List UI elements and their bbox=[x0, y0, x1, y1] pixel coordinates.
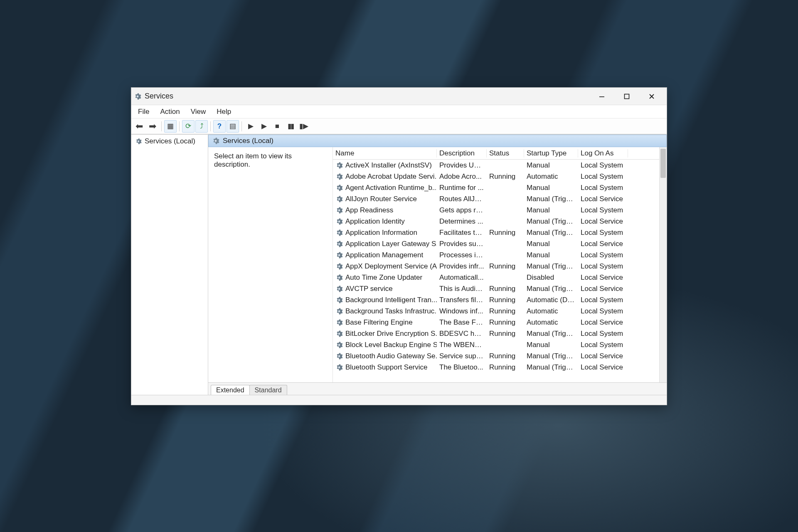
stop-service-button[interactable]: ▶ bbox=[258, 120, 270, 133]
body-area: Services (Local) Services (Local) Select… bbox=[131, 134, 667, 395]
service-row[interactable]: Auto Time Zone UpdaterAutomaticall...Dis… bbox=[333, 272, 659, 283]
col-logon[interactable]: Log On As bbox=[578, 149, 628, 158]
bottom-tabs: Extended Standard bbox=[208, 382, 667, 395]
gear-icon bbox=[335, 162, 343, 169]
service-row[interactable]: AllJoyn Router ServiceRoutes AllJo...Man… bbox=[333, 193, 659, 204]
service-logon: Local Service bbox=[578, 195, 628, 203]
svg-point-23 bbox=[338, 366, 340, 368]
vertical-scrollbar[interactable] bbox=[659, 147, 667, 382]
svg-point-4 bbox=[215, 140, 217, 142]
tab-extended[interactable]: Extended bbox=[211, 385, 250, 395]
service-description: Processes in... bbox=[437, 251, 487, 259]
main-pane: Services (Local) Select an item to view … bbox=[208, 135, 667, 395]
col-startup[interactable]: Startup Type bbox=[524, 149, 578, 158]
show-hide-tree-button[interactable]: ▦ bbox=[164, 120, 177, 133]
service-description: The Base Filt... bbox=[437, 318, 487, 327]
list-header: Name Description Status Startup Type Log… bbox=[333, 147, 659, 160]
service-row[interactable]: Adobe Acrobat Update Servi...Adobe Acro.… bbox=[333, 171, 659, 182]
service-description: Runtime for ... bbox=[437, 184, 487, 192]
service-row[interactable]: BitLocker Drive Encryption S...BDESVC ho… bbox=[333, 328, 659, 339]
service-logon: Local System bbox=[578, 172, 628, 181]
service-logon: Local Service bbox=[578, 240, 628, 248]
service-name: BitLocker Drive Encryption S... bbox=[345, 330, 437, 338]
service-startup: Manual bbox=[524, 251, 578, 259]
service-name: Adobe Acrobat Update Servi... bbox=[345, 172, 437, 181]
service-description: Facilitates th... bbox=[437, 229, 487, 237]
service-startup: Manual (Trigg... bbox=[524, 363, 578, 372]
service-startup: Manual bbox=[524, 184, 578, 192]
service-row[interactable]: AVCTP serviceThis is Audio...RunningManu… bbox=[333, 283, 659, 294]
service-description: Service supp... bbox=[437, 352, 487, 360]
col-description[interactable]: Description bbox=[437, 149, 487, 158]
gear-icon bbox=[335, 330, 343, 337]
service-startup: Manual (Trigg... bbox=[524, 352, 578, 360]
service-logon: Local Service bbox=[578, 273, 628, 282]
service-status: Running bbox=[487, 363, 524, 372]
toolbar-separator bbox=[161, 121, 162, 131]
gear-icon bbox=[335, 195, 343, 203]
service-row[interactable]: Application IdentityDetermines ...Manual… bbox=[333, 216, 659, 227]
gear-icon bbox=[335, 296, 343, 304]
menu-view[interactable]: View bbox=[187, 107, 210, 117]
service-row[interactable]: Application InformationFacilitates th...… bbox=[333, 227, 659, 238]
col-status[interactable]: Status bbox=[487, 149, 524, 158]
restart-service-button[interactable]: ▮▶ bbox=[298, 120, 310, 133]
menu-help[interactable]: Help bbox=[212, 107, 235, 117]
close-button[interactable] bbox=[639, 88, 664, 105]
service-startup: Manual (Trigg... bbox=[524, 195, 578, 203]
service-row[interactable]: Bluetooth Support ServiceThe Bluetoo...R… bbox=[333, 362, 659, 373]
service-logon: Local System bbox=[578, 206, 628, 214]
svg-point-13 bbox=[338, 254, 340, 256]
help-button[interactable]: ? bbox=[213, 120, 226, 133]
menu-action[interactable]: Action bbox=[156, 107, 184, 117]
service-row[interactable]: Application Layer Gateway S...Provides s… bbox=[333, 238, 659, 249]
detail-prompt: Select an item to view its description. bbox=[214, 152, 327, 169]
service-row[interactable]: App ReadinessGets apps re...ManualLocal … bbox=[333, 204, 659, 216]
service-row[interactable]: Bluetooth Audio Gateway Se...Service sup… bbox=[333, 350, 659, 362]
service-row[interactable]: Background Tasks Infrastruc...Windows in… bbox=[333, 305, 659, 317]
service-startup: Manual (Trigg... bbox=[524, 285, 578, 293]
gear-icon bbox=[335, 251, 343, 259]
gear-icon bbox=[135, 138, 142, 145]
service-row[interactable]: Background Intelligent Tran...Transfers … bbox=[333, 294, 659, 305]
service-row[interactable]: AppX Deployment Service (A...Provides in… bbox=[333, 261, 659, 272]
stop-square-button[interactable]: ■ bbox=[271, 120, 283, 133]
service-row[interactable]: Application ManagementProcesses in...Man… bbox=[333, 249, 659, 261]
minimize-button[interactable] bbox=[589, 88, 614, 105]
main-pane-header-label: Services (Local) bbox=[223, 137, 273, 145]
services-app-icon bbox=[134, 93, 141, 100]
export-list-button[interactable]: ⤴ bbox=[195, 120, 208, 133]
tree-item-services-local[interactable]: Services (Local) bbox=[134, 136, 205, 146]
service-status: Running bbox=[487, 296, 524, 304]
service-row[interactable]: Block Level Backup Engine S...The WBENGI… bbox=[333, 339, 659, 350]
nav-forward-button[interactable]: ➡ bbox=[146, 120, 159, 133]
pause-service-button[interactable]: ▮▮ bbox=[284, 120, 297, 133]
service-row[interactable]: Agent Activation Runtime_b...Runtime for… bbox=[333, 182, 659, 193]
service-name: Auto Time Zone Updater bbox=[345, 273, 422, 282]
window-title: Services bbox=[145, 92, 173, 101]
menu-file[interactable]: File bbox=[134, 107, 153, 117]
service-name: Application Identity bbox=[345, 217, 405, 226]
service-name: AppX Deployment Service (A... bbox=[345, 262, 437, 271]
svg-point-11 bbox=[338, 232, 340, 234]
service-description: Adobe Acro... bbox=[437, 172, 487, 181]
svg-point-10 bbox=[338, 220, 340, 222]
service-logon: Local Service bbox=[578, 217, 628, 226]
service-name: Bluetooth Audio Gateway Se... bbox=[345, 352, 437, 360]
service-logon: Local System bbox=[578, 330, 628, 338]
svg-point-5 bbox=[338, 164, 340, 166]
maximize-button[interactable] bbox=[614, 88, 639, 105]
start-service-button[interactable]: ▶ bbox=[244, 120, 257, 133]
tab-standard[interactable]: Standard bbox=[249, 385, 287, 395]
service-status: Running bbox=[487, 262, 524, 271]
col-name[interactable]: Name bbox=[333, 149, 437, 158]
service-description: Provides sup... bbox=[437, 240, 487, 248]
svg-point-19 bbox=[338, 321, 340, 323]
nav-back-button[interactable]: ⬅ bbox=[133, 120, 145, 133]
service-row[interactable]: Base Filtering EngineThe Base Filt...Run… bbox=[333, 317, 659, 328]
refresh-button[interactable]: ⟳ bbox=[182, 120, 195, 133]
properties-button[interactable]: ▤ bbox=[227, 120, 239, 133]
scrollbar-thumb[interactable] bbox=[660, 149, 666, 178]
service-row[interactable]: ActiveX Installer (AxInstSV)Provides Use… bbox=[333, 160, 659, 171]
services-window: Services File Action View Help ⬅ ➡ ▦ ⟳ ⤴… bbox=[131, 87, 667, 405]
